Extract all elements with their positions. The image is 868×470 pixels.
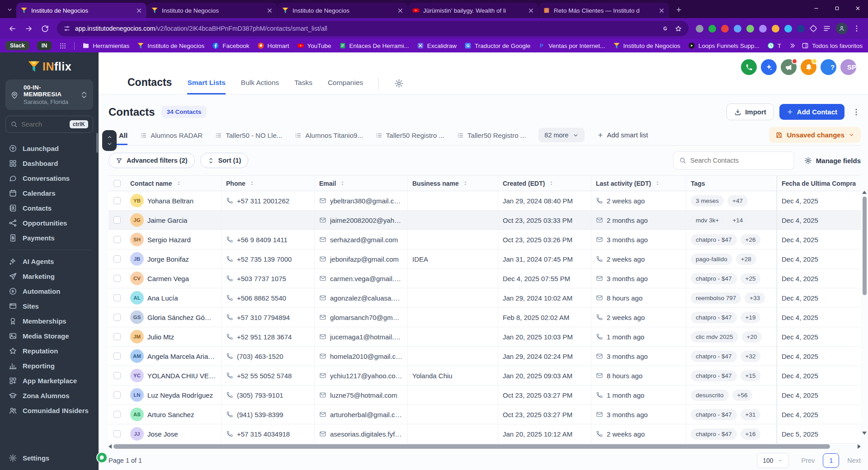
per-page-select[interactable]: 100 bbox=[757, 453, 788, 468]
column-sort-icon[interactable] bbox=[655, 180, 660, 186]
sidebar-scroll-toggle[interactable] bbox=[102, 130, 117, 151]
top-nav-tab[interactable]: Bulk Actions bbox=[241, 79, 279, 94]
tag-more-badge[interactable]: +15 bbox=[741, 370, 761, 381]
browser-tab[interactable]: Reto Más Clientes — Instituto d bbox=[539, 3, 669, 18]
row-checkbox[interactable] bbox=[113, 411, 121, 418]
column-business-name[interactable]: Business name bbox=[412, 180, 459, 187]
vertical-scrollbar[interactable] bbox=[862, 191, 867, 435]
bookmark-star-icon[interactable] bbox=[675, 25, 682, 33]
column-email[interactable]: Email bbox=[319, 180, 336, 187]
sidebar-item[interactable]: Comunidad INsiders bbox=[5, 403, 93, 418]
browser-tab[interactable]: Instituto de Negocios bbox=[16, 3, 146, 18]
top-nav-tab[interactable]: Tasks bbox=[294, 79, 312, 94]
tag-more-badge[interactable]: +19 bbox=[741, 312, 761, 323]
tag-badge[interactable]: 3 meses bbox=[691, 195, 724, 207]
table-row[interactable]: YB Yohana Beltran +57 311 2001262 ybeltr… bbox=[108, 191, 861, 211]
tag-badge[interactable]: chatpro - $47 bbox=[691, 370, 737, 381]
current-page-button[interactable]: 1 bbox=[823, 453, 839, 468]
table-row[interactable]: AL Ana Lucía +506 8862 5540 agonzalez@ca… bbox=[108, 288, 861, 308]
sidebar-item[interactable]: Dashboard bbox=[5, 156, 93, 171]
contact-name[interactable]: Jaime Garcia bbox=[147, 216, 187, 224]
extension-icon[interactable] bbox=[696, 25, 703, 33]
table-row[interactable]: JJ Jose Jose +57 315 4034918 asesorias.d… bbox=[108, 424, 861, 444]
tag-badge[interactable]: chatpro - $47 bbox=[691, 273, 737, 284]
bookmark-item[interactable]: Facebook bbox=[212, 42, 249, 49]
smart-list-tab[interactable]: Alumnos Titanio9... bbox=[295, 132, 363, 145]
contact-name[interactable]: Arturo Sanchez bbox=[147, 411, 194, 418]
row-checkbox[interactable] bbox=[113, 430, 121, 437]
extensions-puzzle-icon[interactable] bbox=[810, 24, 818, 33]
tab-search-button[interactable] bbox=[3, 3, 16, 16]
bookmark-item[interactable]: Instituto de Negocios bbox=[137, 42, 204, 49]
table-row[interactable]: GS Gloria Sánchez Gómez +57 310 7794894 … bbox=[108, 308, 861, 327]
scroll-right-arrow[interactable] bbox=[858, 444, 861, 449]
sidebar-item[interactable]: Memberships bbox=[5, 314, 93, 329]
contact-name[interactable]: Carmen Vega bbox=[147, 275, 189, 282]
topbar-action-button[interactable]: ? bbox=[821, 59, 836, 75]
tag-badge[interactable]: desuscrito bbox=[691, 390, 729, 401]
close-window-button[interactable] bbox=[847, 0, 868, 16]
close-icon[interactable] bbox=[658, 7, 665, 14]
table-row[interactable]: JB Jorge Bonifaz +52 735 139 7000 jeboni… bbox=[108, 249, 861, 269]
more-lists-dropdown[interactable]: 82 more bbox=[538, 128, 584, 142]
new-tab-button[interactable] bbox=[672, 3, 685, 16]
vertical-scroll-thumb[interactable] bbox=[863, 197, 867, 295]
extension-icon[interactable] bbox=[734, 25, 741, 33]
reload-button[interactable] bbox=[37, 21, 52, 36]
browser-tab[interactable]: Jürümistin' bailygy. Wealth of li bbox=[408, 3, 538, 18]
close-icon[interactable] bbox=[136, 7, 142, 14]
contact-name[interactable]: Gloria Sánchez Gómez bbox=[147, 314, 217, 321]
tag-badge[interactable]: chatpro - $47 bbox=[691, 409, 737, 420]
bookmark-item[interactable]: G Traductor de Google bbox=[464, 42, 530, 49]
bookmark-item[interactable]: Instituto de Negocios bbox=[613, 42, 680, 49]
tag-more-badge[interactable]: +25 bbox=[741, 273, 761, 284]
bookmark-slack[interactable]: Slack bbox=[5, 41, 29, 50]
tag-badge[interactable]: mdv 3k+ bbox=[691, 215, 724, 226]
table-row[interactable]: JM Julio Mtz +52 951 128 3674 jucemaga1@… bbox=[108, 327, 861, 347]
horizontal-scroll-thumb[interactable] bbox=[113, 444, 830, 449]
column-last-activity[interactable]: Last activity (EDT) bbox=[596, 180, 651, 187]
tag-more-badge[interactable]: +56 bbox=[732, 390, 753, 401]
tag-badge[interactable]: chatpro - $47 bbox=[691, 428, 737, 440]
location-switcher[interactable]: 00-IN-MEMBRESIA Sarasota, Florida bbox=[5, 80, 93, 110]
minimize-button[interactable] bbox=[806, 0, 826, 16]
advanced-filters-button[interactable]: Advanced filters (2) bbox=[108, 153, 195, 168]
all-favorites[interactable]: Todos los favoritos bbox=[802, 42, 863, 49]
contact-name[interactable]: Sergio Hazard bbox=[147, 236, 191, 244]
table-row[interactable]: SH Sergio Hazard +56 9 8409 1411 serhaza… bbox=[108, 230, 861, 249]
table-row[interactable]: JG Jaime Garcia jaime20082002@yaho... bbox=[108, 211, 861, 230]
sidebar-item[interactable]: Automation bbox=[5, 284, 93, 299]
row-checkbox[interactable] bbox=[113, 216, 121, 224]
top-nav-tab[interactable]: Companies bbox=[328, 79, 363, 94]
tag-more-badge[interactable]: +32 bbox=[741, 351, 761, 362]
contact-name[interactable]: Yohana Beltran bbox=[147, 197, 193, 205]
column-sort-icon[interactable] bbox=[340, 180, 345, 186]
tag-badge[interactable]: reembolso 797 bbox=[691, 292, 741, 304]
extension-icon[interactable] bbox=[708, 25, 716, 33]
row-checkbox[interactable] bbox=[113, 255, 121, 263]
sidebar-item[interactable]: Reputation bbox=[5, 343, 93, 358]
import-button[interactable]: Import bbox=[726, 103, 774, 120]
bookmark-in[interactable]: IN bbox=[37, 41, 52, 50]
row-checkbox[interactable] bbox=[113, 236, 121, 243]
select-all-checkbox[interactable] bbox=[113, 180, 121, 187]
topbar-action-button[interactable] bbox=[801, 59, 816, 75]
tag-more-badge[interactable]: +20 bbox=[742, 331, 762, 343]
site-settings-icon[interactable] bbox=[63, 25, 71, 32]
sorted-asc-icon[interactable] bbox=[859, 180, 861, 187]
row-checkbox[interactable] bbox=[113, 352, 121, 360]
topbar-action-button[interactable] bbox=[741, 59, 757, 75]
contacts-settings-gear-icon[interactable] bbox=[394, 79, 404, 88]
tag-badge[interactable]: clic mdv 2025 bbox=[691, 331, 738, 343]
extension-icon[interactable] bbox=[746, 25, 754, 33]
column-sort-icon[interactable] bbox=[176, 180, 182, 186]
column-created[interactable]: Created (EDT) bbox=[503, 180, 545, 187]
smart-list-tab[interactable]: Taller50 Registro ... bbox=[376, 132, 444, 145]
contact-name[interactable]: Ana Lucía bbox=[147, 294, 178, 302]
close-icon[interactable] bbox=[266, 7, 273, 14]
sidebar-item[interactable]: Calendars bbox=[5, 186, 93, 201]
sidebar-item[interactable]: Contacts bbox=[5, 201, 93, 216]
table-row[interactable]: AS Arturo Sanchez (941) 539-8399 arturoh… bbox=[108, 405, 861, 424]
tag-badge[interactable]: pago-fallido bbox=[691, 254, 732, 265]
sidebar-item[interactable]: Opportunities bbox=[5, 216, 93, 230]
